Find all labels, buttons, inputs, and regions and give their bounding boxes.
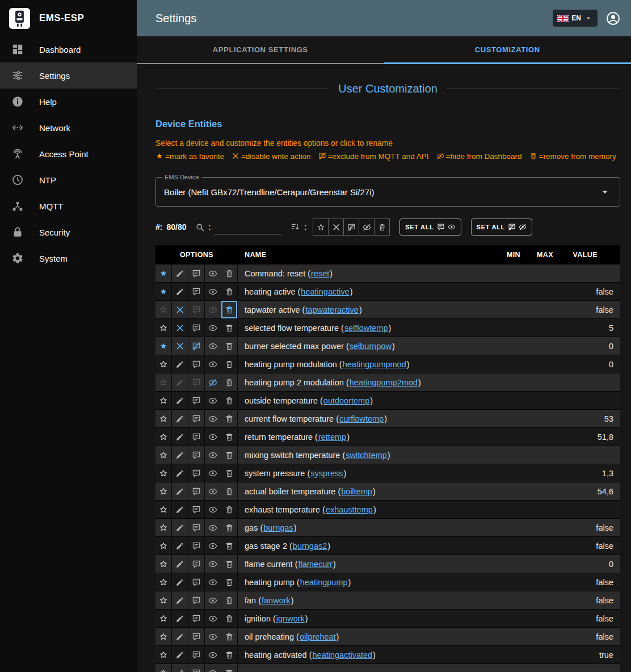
exclude-mqtt-toggle[interactable] xyxy=(188,537,205,555)
disable-write-toggle[interactable] xyxy=(172,446,188,464)
entity-name[interactable]: heating pump modulation (heatingpumpmod) xyxy=(238,355,491,373)
filter-disable-write-toggle[interactable] xyxy=(328,219,344,236)
exclude-mqtt-toggle[interactable] xyxy=(188,428,205,446)
exclude-mqtt-toggle[interactable] xyxy=(188,373,205,391)
hide-dashboard-toggle[interactable] xyxy=(205,537,221,555)
favorite-toggle[interactable] xyxy=(155,573,172,591)
entity-name[interactable]: gas stage 2 (burngas2) xyxy=(238,537,491,555)
entity-id-link[interactable]: oilpreheat xyxy=(300,632,336,641)
hide-dashboard-toggle[interactable] xyxy=(205,264,221,282)
favorite-toggle[interactable] xyxy=(155,482,172,500)
disable-write-toggle[interactable] xyxy=(172,464,188,482)
remove-memory-toggle[interactable] xyxy=(221,337,238,355)
disable-write-toggle[interactable] xyxy=(172,392,188,409)
remove-memory-toggle[interactable] xyxy=(221,519,238,536)
remove-memory-toggle[interactable] xyxy=(221,537,238,555)
exclude-mqtt-toggle[interactable] xyxy=(188,573,205,591)
exclude-mqtt-toggle[interactable] xyxy=(188,264,205,282)
entity-name[interactable]: exhaust temperature (exhausttemp) xyxy=(238,501,491,518)
favorite-toggle[interactable] xyxy=(155,301,172,318)
favorite-toggle[interactable] xyxy=(155,373,172,391)
hide-dashboard-toggle[interactable] xyxy=(205,501,221,518)
exclude-mqtt-toggle[interactable] xyxy=(188,482,205,500)
sidebar-item-dashboard[interactable]: Dashboard xyxy=(0,36,137,62)
disable-write-toggle[interactable] xyxy=(172,501,188,518)
entity-id-link[interactable]: ignwork xyxy=(276,614,305,623)
entity-id-link[interactable]: tapwateractive xyxy=(305,305,359,314)
favorite-toggle[interactable] xyxy=(155,664,172,672)
remove-memory-toggle[interactable] xyxy=(221,573,238,591)
hide-dashboard-toggle[interactable] xyxy=(205,373,221,391)
exclude-mqtt-toggle[interactable] xyxy=(188,446,205,464)
exclude-mqtt-toggle[interactable] xyxy=(188,283,205,300)
entity-name[interactable]: ignition (ignwork) xyxy=(238,610,491,627)
exclude-mqtt-toggle[interactable] xyxy=(188,319,205,337)
entity-id-link[interactable]: fanwork xyxy=(262,596,291,605)
disable-write-toggle[interactable] xyxy=(172,283,188,300)
hide-dashboard-toggle[interactable] xyxy=(205,410,221,427)
disable-write-toggle[interactable] xyxy=(172,301,188,318)
entity-name[interactable]: heating pump 2 modulation (heatingpump2m… xyxy=(238,373,491,391)
exclude-mqtt-toggle[interactable] xyxy=(188,410,205,427)
entity-id-link[interactable]: selflowtemp xyxy=(344,324,388,333)
disable-write-toggle[interactable] xyxy=(172,664,188,672)
disable-write-toggle[interactable] xyxy=(172,482,188,500)
favorite-toggle[interactable] xyxy=(155,610,172,627)
disable-write-toggle[interactable] xyxy=(172,628,188,645)
hide-dashboard-toggle[interactable] xyxy=(205,464,221,482)
favorite-toggle[interactable] xyxy=(155,464,172,482)
exclude-mqtt-toggle[interactable] xyxy=(188,355,205,373)
hide-dashboard-toggle[interactable] xyxy=(205,646,221,663)
disable-write-toggle[interactable] xyxy=(172,355,188,373)
entity-id-link[interactable]: heatingpump xyxy=(300,578,348,587)
remove-memory-toggle[interactable] xyxy=(221,646,238,663)
entity-name[interactable]: gas (burngas) xyxy=(238,519,491,536)
search-input[interactable] xyxy=(214,220,281,234)
entity-id-link[interactable]: heatingpumpmod xyxy=(343,360,406,369)
favorite-toggle[interactable] xyxy=(155,428,172,446)
hide-dashboard-toggle[interactable] xyxy=(205,446,221,464)
entity-id-link[interactable]: heatingactive xyxy=(301,287,349,296)
favorite-toggle[interactable] xyxy=(155,555,172,573)
disable-write-toggle[interactable] xyxy=(172,264,188,282)
sidebar-item-settings[interactable]: Settings xyxy=(0,62,137,89)
exclude-mqtt-toggle[interactable] xyxy=(188,591,205,609)
disable-write-toggle[interactable] xyxy=(172,410,188,427)
favorite-toggle[interactable] xyxy=(155,537,172,555)
remove-memory-toggle[interactable] xyxy=(221,501,238,518)
hide-dashboard-toggle[interactable] xyxy=(205,591,221,609)
hide-dashboard-toggle[interactable] xyxy=(205,482,221,500)
filter-favorite-toggle[interactable] xyxy=(313,219,329,236)
exclude-mqtt-toggle[interactable] xyxy=(188,646,205,663)
sidebar-item-mqtt[interactable]: MQTT xyxy=(0,193,137,219)
remove-memory-toggle[interactable] xyxy=(221,392,238,409)
disable-write-toggle[interactable] xyxy=(172,555,188,573)
hide-dashboard-toggle[interactable] xyxy=(205,355,221,373)
entity-id-link[interactable]: selburnpow xyxy=(350,342,392,351)
sidebar-item-ntp[interactable]: NTP xyxy=(0,167,137,193)
disable-write-toggle[interactable] xyxy=(172,337,188,355)
hide-dashboard-toggle[interactable] xyxy=(205,428,221,446)
entity-name[interactable]: actual boiler temperature (boiltemp) xyxy=(238,482,491,500)
favorite-toggle[interactable] xyxy=(155,519,172,536)
entity-name[interactable] xyxy=(238,664,491,672)
hide-dashboard-toggle[interactable] xyxy=(205,283,221,300)
exclude-mqtt-toggle[interactable] xyxy=(188,610,205,627)
disable-write-toggle[interactable] xyxy=(172,646,188,663)
disable-write-toggle[interactable] xyxy=(172,519,188,536)
disable-write-toggle[interactable] xyxy=(172,610,188,627)
filter-exclude-toggle[interactable] xyxy=(343,219,359,236)
disable-write-toggle[interactable] xyxy=(172,319,188,337)
entity-name[interactable]: return temperature (rettemp) xyxy=(238,428,491,446)
exclude-mqtt-toggle[interactable] xyxy=(188,392,205,409)
entity-id-link[interactable]: burngas xyxy=(263,523,293,532)
exclude-mqtt-toggle[interactable] xyxy=(188,664,205,672)
entity-name[interactable]: heating pump (heatingpump) xyxy=(238,573,491,591)
remove-memory-toggle[interactable] xyxy=(221,301,238,318)
entity-name[interactable]: selected flow temperature (selflowtemp) xyxy=(238,319,491,337)
disable-write-toggle[interactable] xyxy=(172,573,188,591)
hide-dashboard-toggle[interactable] xyxy=(205,519,221,536)
ems-device-select[interactable]: EMS Device Boiler (Nefit GBx72/Trendline… xyxy=(155,177,620,207)
hide-dashboard-toggle[interactable] xyxy=(205,392,221,409)
entity-id-link[interactable]: outdoortemp xyxy=(323,396,369,405)
